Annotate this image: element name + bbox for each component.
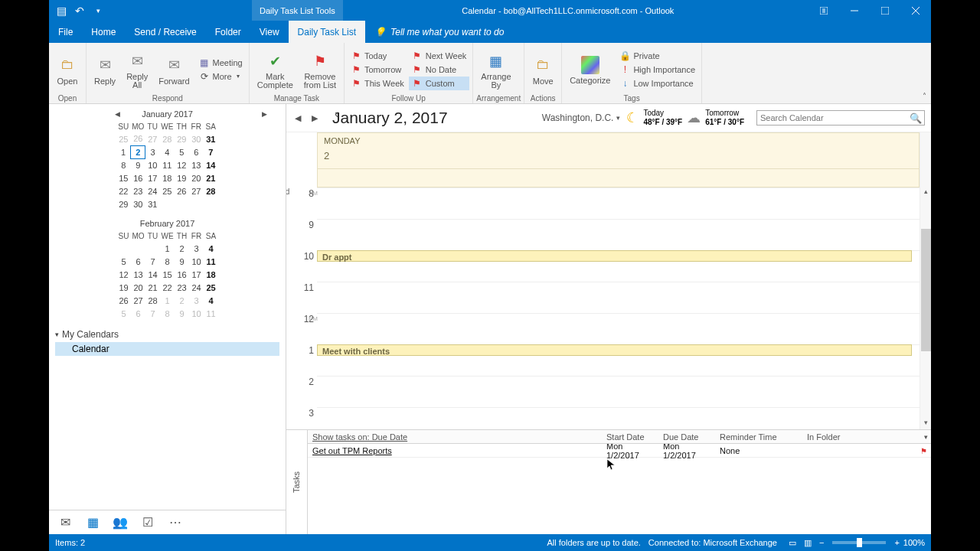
time-slot[interactable] xyxy=(317,219,920,250)
minical-day[interactable]: 22 xyxy=(160,281,175,294)
zoom-level[interactable]: 100% xyxy=(903,538,925,547)
next-month-button[interactable]: ▶ xyxy=(259,110,270,118)
minical-day[interactable]: 6 xyxy=(131,255,145,268)
minical-day[interactable]: 1 xyxy=(116,145,131,158)
collapse-ribbon[interactable]: ˄ xyxy=(921,90,928,102)
minical-day[interactable]: 4 xyxy=(204,294,218,307)
view-reading-icon[interactable]: ▥ xyxy=(804,538,812,548)
time-slot[interactable] xyxy=(317,313,920,344)
minical-day[interactable]: 21 xyxy=(204,171,218,184)
time-slot[interactable] xyxy=(317,376,920,407)
minical-day[interactable]: 27 xyxy=(145,132,160,145)
tab-file[interactable]: File xyxy=(49,21,82,43)
minical-day[interactable]: 25 xyxy=(116,132,131,145)
minical-day[interactable]: 27 xyxy=(131,294,145,307)
tab-sendreceive[interactable]: Send / Receive xyxy=(125,21,205,43)
followup-tomorrow[interactable]: ⚑Tomorrow xyxy=(348,63,407,77)
minical-day[interactable]: 29 xyxy=(116,197,131,210)
minical-day[interactable]: 28 xyxy=(160,132,175,145)
minical-day[interactable]: 16 xyxy=(175,268,189,281)
zoom-out-button[interactable]: − xyxy=(819,538,824,547)
minical-day[interactable]: 23 xyxy=(131,184,145,197)
minical-day[interactable]: 25 xyxy=(204,281,218,294)
minical-day[interactable]: 6 xyxy=(131,307,145,320)
lowimportance-button[interactable]: ↓Low Importance xyxy=(616,77,698,90)
search-input[interactable] xyxy=(757,113,907,122)
minical-day[interactable]: 9 xyxy=(175,255,189,268)
minical-day[interactable]: 24 xyxy=(145,184,160,197)
minical-day[interactable]: 4 xyxy=(204,242,218,255)
followup-nextweek[interactable]: ⚑Next Week xyxy=(409,49,470,63)
minical-day[interactable]: 5 xyxy=(116,255,131,268)
minical-day[interactable]: 14 xyxy=(204,158,218,171)
minical-day[interactable]: 1 xyxy=(160,242,175,255)
minical-day[interactable]: 31 xyxy=(145,197,160,210)
nav-mail-icon[interactable]: ✉ xyxy=(58,516,72,530)
scroll-thumb[interactable] xyxy=(921,229,931,351)
minical-day[interactable]: 20 xyxy=(131,281,145,294)
weather-today[interactable]: ☾ Today48°F / 39°F xyxy=(626,109,682,127)
minical-day[interactable]: 9 xyxy=(131,158,145,171)
tab-view[interactable]: View xyxy=(250,21,289,43)
minical-day[interactable]: 14 xyxy=(145,268,160,281)
minical-day[interactable]: 5 xyxy=(175,145,189,158)
time-slot[interactable] xyxy=(317,282,920,313)
minical-day[interactable]: 18 xyxy=(160,171,175,184)
removefromlist-button[interactable]: ⚑Remove from List xyxy=(299,48,341,91)
minical-day[interactable]: 7 xyxy=(204,145,218,158)
minical-day[interactable]: 28 xyxy=(204,184,218,197)
minical-day[interactable]: 9 xyxy=(175,307,189,320)
nav-tasks-icon[interactable]: ☑ xyxy=(141,516,155,530)
allday-region[interactable] xyxy=(317,169,920,187)
minical-day[interactable]: 11 xyxy=(204,255,218,268)
vertical-scrollbar[interactable]: ▴ ▾ xyxy=(920,132,931,429)
replyall-button[interactable]: ✉Reply All xyxy=(122,48,152,91)
categorize-button[interactable]: Categorize xyxy=(565,53,615,86)
minical-day[interactable]: 3 xyxy=(189,242,204,255)
followup-thisweek[interactable]: ⚑This Week xyxy=(348,77,407,90)
search-icon[interactable]: 🔍 xyxy=(907,112,924,124)
more-button[interactable]: ⟳More▾ xyxy=(196,70,246,83)
qat-customize-icon[interactable]: ▾ xyxy=(92,5,104,17)
nav-more-icon[interactable]: ⋯ xyxy=(168,516,182,530)
forward-button[interactable]: ✉Forward xyxy=(154,52,194,87)
time-slot[interactable] xyxy=(317,407,920,429)
minical-day[interactable]: 2 xyxy=(175,242,189,255)
tell-me[interactable]: 💡 Tell me what you want to do xyxy=(365,21,504,43)
close-button[interactable] xyxy=(900,0,931,21)
minical-day[interactable]: 28 xyxy=(145,294,160,307)
nav-people-icon[interactable]: 👥 xyxy=(113,516,127,530)
search-calendar[interactable]: 🔍 xyxy=(756,110,925,126)
highimportance-button[interactable]: !High Importance xyxy=(616,63,698,77)
arrangeby-button[interactable]: ▦Arrange By xyxy=(476,48,515,91)
minical-day[interactable]: 25 xyxy=(160,184,175,197)
task-flag-icon[interactable]: ⚑ xyxy=(920,447,927,455)
minical-day[interactable]: 5 xyxy=(116,307,131,320)
minical-day[interactable]: 15 xyxy=(160,268,175,281)
meeting-button[interactable]: ▦Meeting xyxy=(196,56,246,70)
maximize-button[interactable] xyxy=(870,0,900,21)
ribbon-display-options[interactable] xyxy=(808,0,839,21)
minical-day[interactable]: 2 xyxy=(175,294,189,307)
appointment[interactable]: Dr appt xyxy=(317,250,912,262)
day-header[interactable]: MONDAY 2 xyxy=(317,132,920,169)
minical-day[interactable]: 4 xyxy=(160,145,175,158)
minical-day[interactable]: 10 xyxy=(189,255,204,268)
minical-day[interactable]: 2 xyxy=(131,145,145,158)
private-button[interactable]: 🔒Private xyxy=(616,49,698,63)
minical-day[interactable]: 26 xyxy=(131,132,145,145)
minical-day[interactable]: 8 xyxy=(160,255,175,268)
reply-button[interactable]: ✉Reply xyxy=(90,52,120,87)
minical-day[interactable]: 22 xyxy=(116,184,131,197)
followup-custom[interactable]: ⚑Custom xyxy=(409,77,470,90)
minical-day[interactable]: 1 xyxy=(160,294,175,307)
minical-day[interactable]: 10 xyxy=(189,307,204,320)
minical-day[interactable]: 13 xyxy=(131,268,145,281)
tasks-show[interactable]: Show tasks on: Due Date xyxy=(308,432,602,442)
view-normal-icon[interactable]: ▭ xyxy=(789,538,796,548)
qat-outlook-icon[interactable]: ▤ xyxy=(55,5,67,17)
minical-day[interactable]: 24 xyxy=(189,281,204,294)
col-infolder[interactable]: In Folder xyxy=(802,432,920,442)
minical-day[interactable]: 21 xyxy=(145,281,160,294)
minical-day[interactable]: 8 xyxy=(116,158,131,171)
